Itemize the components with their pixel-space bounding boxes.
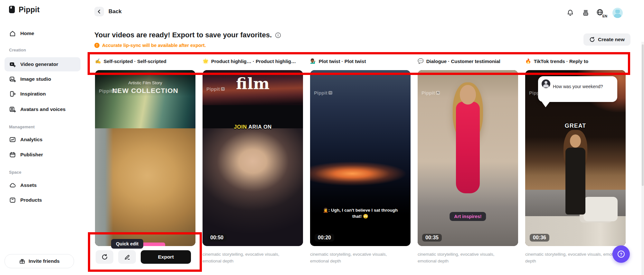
video-thumbnail[interactable]: PippitAI Art inspires! 00:35	[418, 70, 518, 246]
chat-bubble-text: How was your weekend?	[553, 84, 614, 89]
thumbnail-person-red-dress	[456, 102, 480, 193]
publisher-icon	[9, 151, 16, 158]
duration-badge: 00:35	[422, 234, 442, 242]
orders-stack-icon[interactable]	[582, 9, 590, 17]
pippit-watermark: PippitAI	[206, 86, 225, 92]
thumbnail-pillow	[583, 197, 618, 222]
sidebar-item-label: Products	[20, 197, 42, 203]
card-description: cinematic storytelling, evocative visual…	[203, 251, 299, 265]
pippit-watermark: PippitAI	[421, 90, 440, 96]
video-thumbnail[interactable]: Artistic Film Story NEW COLLECTION Pippi…	[95, 70, 195, 246]
back-label: Back	[109, 8, 122, 15]
duration-badge: 00:50	[207, 234, 227, 242]
gift-icon	[19, 258, 25, 264]
video-card: 🌟 Product highlig… · Product highlig… fi…	[203, 57, 303, 65]
video-card: ✍️ Self-scripted · Self-scripted Artisti…	[95, 57, 195, 65]
language-globe-icon[interactable]: EN	[596, 8, 607, 18]
pencil-icon	[124, 254, 130, 260]
svg-text:?: ?	[620, 252, 622, 257]
sidebar-item-label: Analytics	[20, 137, 43, 142]
pippit-app: Pippit Home Creation Video generator Ima…	[0, 0, 644, 275]
pippit-watermark: PippitAI	[314, 90, 332, 96]
invite-friends-button[interactable]: Invite friends	[5, 254, 74, 268]
assets-icon	[9, 182, 16, 189]
overlay-text-small: Artistic Film Story	[95, 80, 195, 85]
card-description: cinematic storytelling, evocative visual…	[310, 251, 407, 265]
warning-icon: !	[94, 43, 99, 48]
thumbnail-scene-person	[203, 128, 303, 246]
card-title: 💬 Dialogue · Customer testimonial	[418, 57, 518, 65]
sidebar-item-label: Publisher	[20, 152, 43, 158]
sidebar: Pippit Home Creation Video generator Ima…	[0, 0, 80, 275]
video-thumbnail[interactable]: PippitAI 🤦: Ugh, I can't believe I sat t…	[310, 70, 411, 246]
thumbnail-scene-ocean	[95, 70, 195, 128]
thumbnail-sunset-streak	[310, 158, 411, 188]
warning-text: Accurate lip-sync will be available afte…	[102, 43, 206, 48]
card-title-text: Self-scripted · Self-scripted	[104, 59, 166, 64]
fire-emoji: 🔥	[525, 58, 531, 64]
pippit-logo-icon	[8, 5, 16, 14]
video-card: 🔥 TikTok trends · Reply to PippitAI How …	[525, 57, 626, 65]
logo-text: Pippit	[19, 5, 40, 14]
inspiration-icon	[9, 90, 16, 97]
sidebar-item-publisher[interactable]: Publisher	[5, 148, 80, 161]
create-new-button[interactable]: Create new	[583, 33, 630, 46]
pippit-logo[interactable]: Pippit	[8, 5, 40, 14]
video-thumbnail[interactable]: film PippitAI JOIN ARIA ON 00:50	[203, 70, 303, 246]
sidebar-item-avatars-voices[interactable]: Avatars and voices	[5, 103, 80, 116]
sidebar-item-products[interactable]: Products	[5, 194, 80, 206]
sidebar-item-video-generator[interactable]: Video generator	[5, 57, 80, 71]
card-title: 🔥 TikTok trends · Reply to	[525, 57, 626, 65]
sidebar-section-management: Management	[9, 124, 34, 129]
sidebar-item-analytics[interactable]: Analytics	[5, 133, 80, 146]
image-studio-icon	[9, 76, 16, 83]
help-button[interactable]: ?	[612, 245, 630, 263]
card-title-text: TikTok trends · Reply to	[534, 59, 588, 64]
subtitle-caption: JOIN ARIA ON	[203, 124, 303, 130]
chat-avatar-icon	[542, 79, 550, 88]
video-card: 💁🏾‍♂️ Plot twist · Plot twist PippitAI 🤦…	[310, 57, 411, 65]
person-tipping-hand-emoji: 💁🏾‍♂️	[310, 58, 316, 64]
vertical-scrollbar[interactable]	[641, 42, 644, 275]
products-icon	[9, 197, 16, 204]
analytics-icon	[9, 136, 16, 143]
writing-hand-emoji: ✍️	[95, 58, 101, 64]
sidebar-item-assets[interactable]: Assets	[5, 179, 80, 192]
duration-badge: 00:20	[315, 234, 334, 242]
card-title: 💁🏾‍♂️ Plot twist · Plot twist	[310, 57, 411, 65]
user-avatar[interactable]	[612, 8, 623, 18]
scrollbar-thumb[interactable]	[642, 44, 644, 186]
back-button[interactable]: Back	[94, 7, 122, 16]
sidebar-item-inspiration[interactable]: Inspiration	[5, 87, 80, 100]
chat-bubble: How was your weekend?	[538, 76, 617, 102]
invite-friends-label: Invite friends	[29, 258, 60, 264]
thumbnail-scene-person	[95, 128, 195, 246]
notifications-bell-icon[interactable]	[566, 9, 574, 17]
edit-button[interactable]	[118, 250, 136, 264]
language-code: EN	[602, 14, 607, 18]
video-thumbnail[interactable]: PippitAI How was your weekend? GREAT 00:…	[525, 70, 626, 246]
sidebar-item-label: Image studio	[20, 76, 51, 82]
create-new-label: Create new	[598, 37, 625, 42]
video-generator-icon	[9, 61, 16, 68]
export-button[interactable]: Export	[141, 250, 191, 264]
sidebar-item-label: Inspiration	[20, 91, 46, 97]
sidebar-item-image-studio[interactable]: Image studio	[5, 73, 80, 86]
home-icon	[9, 30, 16, 37]
subtitle-caption: GREAT	[525, 123, 626, 129]
avatars-voices-icon	[9, 106, 16, 113]
caption-badge: Art inspires!	[450, 212, 486, 221]
sidebar-item-label: Home	[20, 31, 34, 36]
question-icon: ?	[616, 249, 626, 259]
regenerate-button[interactable]	[96, 250, 113, 264]
sidebar-item-home[interactable]: Home	[5, 27, 80, 40]
subtitle-caption: 🤦: Ugh, I can't believe I sat through th…	[320, 207, 401, 220]
chevron-left-icon	[94, 7, 104, 16]
sidebar-item-label: Assets	[20, 182, 37, 188]
card-title-text: Plot twist · Plot twist	[319, 59, 366, 64]
duration-badge: 00:36	[530, 234, 549, 242]
sidebar-section-space: Space	[9, 170, 21, 175]
pippit-watermark: PippitAI	[99, 88, 117, 94]
info-icon[interactable]	[275, 32, 281, 38]
speech-balloon-emoji: 💬	[418, 58, 424, 64]
